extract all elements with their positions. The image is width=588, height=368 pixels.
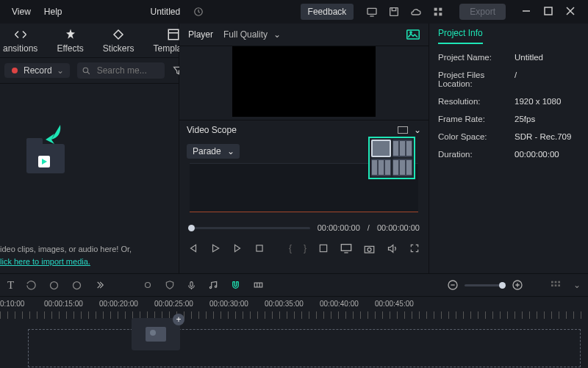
close-icon[interactable] bbox=[566, 7, 576, 17]
play-icon[interactable] bbox=[210, 243, 220, 253]
chevron-down-icon[interactable]: ⌄ bbox=[414, 125, 421, 135]
zoom-knob[interactable] bbox=[499, 282, 506, 289]
tab-stickers[interactable]: Stickers bbox=[103, 28, 135, 54]
add-clip-icon[interactable]: + bbox=[173, 314, 184, 325]
mic-icon[interactable] bbox=[187, 280, 196, 291]
scope-preset-1[interactable] bbox=[371, 140, 391, 157]
project-info-header: Project Info bbox=[429, 24, 588, 48]
undo-icon[interactable] bbox=[26, 280, 37, 291]
record-button[interactable]: Record ⌄ bbox=[4, 63, 70, 78]
quality-select[interactable]: Full Quality ⌄ bbox=[223, 29, 281, 40]
doc-title-text: Untitled bbox=[150, 7, 180, 17]
placeholder-clip[interactable]: + bbox=[132, 318, 180, 350]
chevron-down-icon: ⌄ bbox=[57, 65, 64, 76]
ruler-tick: 00:00:40:00 bbox=[320, 300, 359, 308]
zoom-slider[interactable] bbox=[465, 284, 506, 286]
magnet-icon[interactable] bbox=[230, 280, 241, 291]
display-icon[interactable] bbox=[365, 5, 379, 18]
svg-rect-7 bbox=[545, 7, 552, 15]
crop-icon[interactable] bbox=[318, 243, 329, 253]
ruler-tick: 00:00:45:00 bbox=[375, 300, 414, 308]
cloud-icon[interactable] bbox=[409, 5, 423, 18]
info-value: Untitled bbox=[514, 53, 543, 62]
scrub-bar[interactable] bbox=[188, 227, 310, 229]
redo-icon[interactable] bbox=[49, 280, 60, 291]
info-row: Project Files Location:/ bbox=[429, 66, 588, 93]
timeline-ruler[interactable]: 0:10:0000:00:15:0000:00:20:0000:00:25:00… bbox=[0, 296, 588, 319]
picture-icon[interactable] bbox=[406, 29, 420, 40]
fullscreen-icon[interactable] bbox=[409, 243, 420, 253]
music-icon[interactable] bbox=[208, 280, 218, 290]
player-label: Player bbox=[188, 29, 213, 40]
scope-preset-2[interactable] bbox=[392, 140, 412, 157]
info-value: / bbox=[514, 71, 517, 88]
info-value: 00:00:00:00 bbox=[514, 150, 559, 159]
chevron-down-icon: ⌄ bbox=[273, 29, 281, 40]
scope-mode-select[interactable]: Parade ⌄ bbox=[187, 144, 240, 159]
mark-in-icon[interactable]: { bbox=[289, 243, 292, 253]
library-panel: ansitions Effects Stickers Templates Rec… bbox=[0, 24, 179, 273]
more-tools-icon[interactable] bbox=[94, 280, 104, 290]
import-link[interactable]: lick here to import media. bbox=[0, 257, 90, 266]
scope-body: Parade ⌄ 1023 512 bbox=[179, 140, 429, 217]
app-menu: View Help bbox=[12, 7, 62, 17]
svg-rect-12 bbox=[407, 30, 420, 39]
svg-point-21 bbox=[74, 281, 81, 289]
timecode-sep: / bbox=[368, 223, 370, 232]
search-field[interactable] bbox=[96, 65, 160, 76]
preview-stage[interactable] bbox=[232, 46, 376, 117]
menu-help[interactable]: Help bbox=[44, 7, 62, 17]
scope-title: Video Scope bbox=[187, 125, 237, 135]
scope-preset-4[interactable] bbox=[392, 159, 412, 176]
scope-layout-icon[interactable] bbox=[398, 126, 408, 134]
tab-effects-label: Effects bbox=[57, 43, 83, 54]
info-key: Project Name: bbox=[438, 53, 514, 62]
svg-rect-1 bbox=[368, 8, 376, 14]
shield-icon[interactable] bbox=[165, 280, 175, 290]
link-icon[interactable] bbox=[253, 280, 264, 290]
feedback-button[interactable]: Feedback bbox=[301, 4, 354, 20]
svg-rect-33 bbox=[555, 284, 557, 286]
search-input[interactable] bbox=[77, 62, 165, 79]
history-icon[interactable] bbox=[192, 5, 205, 18]
snapshot-icon[interactable] bbox=[364, 244, 375, 253]
scope-preset-3[interactable] bbox=[371, 159, 391, 176]
menu-view[interactable]: View bbox=[12, 7, 31, 17]
svg-rect-15 bbox=[257, 245, 262, 251]
timeline-dropzone[interactable]: + bbox=[28, 329, 581, 367]
scrub-knob[interactable] bbox=[188, 225, 195, 231]
timeline-panel: T ⌄ 0:10:0000:00:15:0000:00:20:0000:00:2… bbox=[0, 273, 588, 368]
chevron-down-icon[interactable]: ⌄ bbox=[573, 280, 581, 290]
timeline-tracks[interactable]: + bbox=[0, 319, 588, 368]
svg-rect-16 bbox=[320, 245, 326, 251]
export-button[interactable]: Export bbox=[459, 4, 506, 20]
marker-icon[interactable] bbox=[143, 280, 153, 290]
split-icon[interactable] bbox=[71, 280, 82, 291]
save-icon[interactable] bbox=[387, 5, 401, 18]
stop-icon[interactable] bbox=[254, 243, 265, 253]
zoom-out-icon[interactable] bbox=[447, 279, 459, 291]
library-body[interactable]: ideo clips, images, or audio here! Or, l… bbox=[0, 84, 179, 273]
grid-icon[interactable] bbox=[431, 5, 445, 18]
document-title: Untitled bbox=[150, 5, 209, 18]
timeline-toolbar: T ⌄ bbox=[0, 274, 588, 296]
library-toolbar: Record ⌄ ••• bbox=[0, 58, 179, 84]
minimize-icon[interactable] bbox=[522, 7, 532, 17]
tab-transitions[interactable]: ansitions bbox=[3, 28, 37, 54]
ruler-tick: 0:10:00 bbox=[0, 300, 24, 308]
quality-label: Full Quality bbox=[223, 29, 268, 40]
volume-icon[interactable] bbox=[387, 243, 398, 254]
text-tool-icon[interactable]: T bbox=[7, 279, 14, 292]
prev-frame-icon[interactable] bbox=[188, 243, 198, 253]
tab-effects[interactable]: Effects bbox=[57, 28, 83, 54]
svg-rect-6 bbox=[440, 12, 442, 15]
info-key: Resolution: bbox=[438, 97, 514, 106]
monitor-icon[interactable] bbox=[340, 243, 352, 253]
mark-out-icon[interactable]: } bbox=[304, 243, 306, 253]
track-options-icon[interactable] bbox=[550, 279, 562, 291]
info-row: Resolution:1920 x 1080 bbox=[429, 93, 588, 110]
maximize-icon[interactable] bbox=[544, 7, 554, 17]
project-info-panel: Project Info Project Name:UntitledProjec… bbox=[429, 24, 588, 273]
zoom-in-icon[interactable] bbox=[512, 279, 523, 291]
next-frame-icon[interactable] bbox=[232, 243, 243, 253]
